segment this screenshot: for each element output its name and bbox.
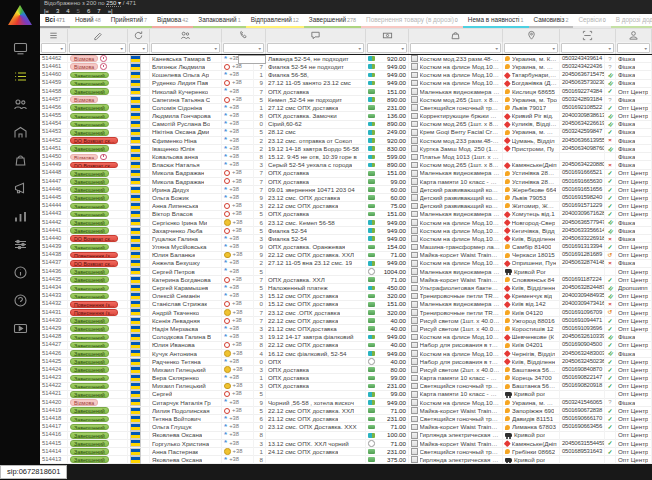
- tracking-number[interactable]: 0503243439614: [560, 55, 605, 63]
- phone-cell[interactable]: *+38: [222, 112, 254, 120]
- phone-cell[interactable]: *+38: [222, 120, 254, 128]
- phone-cell[interactable]: *+38: [222, 259, 254, 267]
- sidebar-item-video[interactable]: [0, 316, 40, 344]
- phone-cell[interactable]: *+38: [222, 357, 254, 365]
- tracking-number[interactable]: 0501690820918: [560, 382, 605, 390]
- phone-cell[interactable]: +38: [222, 300, 254, 308]
- tracking-number[interactable]: 20450636577947: [560, 218, 605, 226]
- phone-cell[interactable]: +38: [222, 407, 254, 415]
- filter-dropdown[interactable]: ▼: [410, 43, 501, 53]
- phone-cell[interactable]: *+38: [222, 186, 254, 194]
- tracking-number[interactable]: 20450632824487: [560, 284, 605, 292]
- tracking-number[interactable]: 20400309838613: [560, 112, 605, 120]
- tracking-number[interactable]: 0501690666170: [560, 415, 605, 423]
- phone-cell[interactable]: *+38: [222, 374, 254, 382]
- phone-cell[interactable]: *+38: [222, 398, 254, 406]
- tracking-number[interactable]: 0501691665630: [560, 177, 605, 185]
- sidebar-item-info[interactable]: [0, 260, 40, 288]
- tracking-number[interactable]: 0503242893184: [560, 95, 605, 103]
- sidebar-item-dashboard[interactable]: [0, 36, 40, 64]
- tracking-number[interactable]: 20450634098760: [560, 145, 605, 153]
- tracking-number[interactable]: 0501692274384: [560, 87, 605, 95]
- tracking-number[interactable]: 0501690663456: [560, 423, 605, 431]
- tracking-number[interactable]: 20400309671628: [560, 210, 605, 218]
- tracking-number[interactable]: 20450634226619: [560, 120, 605, 128]
- tracking-number[interactable]: 20450633226918: [560, 235, 605, 243]
- phone-cell[interactable]: +38: [222, 349, 254, 357]
- tab-6[interactable]: Відправлений12: [246, 14, 304, 28]
- phone-cell[interactable]: *+38: [222, 104, 254, 112]
- phone-cell[interactable]: +38: [222, 226, 254, 234]
- sidebar-item-warehouse[interactable]: [0, 120, 40, 148]
- tracking-number[interactable]: 20450636613955: [560, 136, 605, 144]
- phone-cell[interactable]: *+38: [222, 153, 254, 161]
- phone-cell[interactable]: +38: [222, 79, 254, 87]
- tracking-number[interactable]: 0501691313394: [560, 243, 605, 251]
- tab-8[interactable]: Повернення товару (в дорозі)0: [361, 14, 463, 28]
- page-size-select[interactable]: 250 ▾: [106, 0, 121, 7]
- phone-cell[interactable]: +38: [222, 95, 254, 103]
- tracking-number[interactable]: [560, 153, 605, 161]
- phone-cell[interactable]: *+38: [222, 423, 254, 431]
- column-header-person[interactable]: [616, 29, 652, 42]
- phone-cell[interactable]: +38: [222, 276, 254, 284]
- phone-cell[interactable]: *+38: [222, 284, 254, 292]
- column-header-phone[interactable]: [222, 29, 266, 42]
- sidebar-item-support[interactable]: [0, 288, 40, 316]
- tracking-number[interactable]: 0501689531643: [560, 448, 605, 456]
- phone-cell[interactable]: *+38: [222, 325, 254, 333]
- phone-cell[interactable]: *+38: [222, 87, 254, 95]
- tracking-number[interactable]: 0501690840870: [560, 366, 605, 374]
- phone-cell[interactable]: +38: [222, 251, 254, 259]
- tracking-number[interactable]: 0501691187224: [560, 276, 605, 284]
- column-header-refresh[interactable]: [128, 29, 150, 42]
- filter-dropdown[interactable]: ▼: [267, 43, 364, 53]
- tracking-number[interactable]: 0501690904500: [560, 341, 605, 349]
- order-row[interactable]: 514413ЗавершенийЯковлева Оксана*+388375.…: [40, 456, 652, 464]
- filter-dropdown[interactable]: ▼: [617, 43, 650, 53]
- phone-cell[interactable]: +38: [222, 341, 254, 349]
- phone-filter-input[interactable]: [238, 55, 266, 64]
- tracking-number[interactable]: [560, 431, 605, 439]
- filter-dropdown[interactable]: ▼: [504, 43, 558, 53]
- phone-cell[interactable]: *+38: [222, 145, 254, 153]
- tracking-number[interactable]: 0501690822147: [560, 374, 605, 382]
- column-header-scan[interactable]: [560, 29, 616, 42]
- phone-cell[interactable]: +38: [222, 390, 254, 398]
- tracking-number[interactable]: 20450631554459: [560, 439, 605, 447]
- phone-cell[interactable]: +38: [222, 202, 254, 210]
- filter-dropdown[interactable]: ▼: [69, 43, 126, 53]
- phone-cell[interactable]: +38: [222, 169, 254, 177]
- phone-cell[interactable]: *+38: [222, 128, 254, 136]
- tab-9[interactable]: Нема в наявності1: [463, 14, 529, 28]
- phone-cell[interactable]: *+38: [222, 194, 254, 202]
- phone-cell[interactable]: *+38: [222, 71, 254, 79]
- tracking-number[interactable]: 0501691598240: [560, 194, 605, 202]
- phone-cell[interactable]: *+38: [222, 136, 254, 144]
- filter-dropdown[interactable]: ▼: [561, 43, 614, 53]
- tracking-number[interactable]: 20450633356614: [560, 226, 605, 234]
- phone-cell[interactable]: *+38: [222, 235, 254, 243]
- filter-dropdown[interactable]: ▼: [151, 43, 220, 53]
- tracking-number[interactable]: 0501691096709: [560, 308, 605, 316]
- phone-cell[interactable]: +38: [222, 308, 254, 316]
- filter-dropdown[interactable]: ▼: [129, 43, 148, 53]
- tracking-number[interactable]: 0501690672838: [560, 407, 605, 415]
- column-header-money[interactable]: [366, 29, 409, 42]
- tracking-number[interactable]: [560, 456, 605, 464]
- sidebar-item-marketing[interactable]: [0, 176, 40, 204]
- phone-cell[interactable]: +38: [222, 177, 254, 185]
- sidebar-item-products[interactable]: [0, 148, 40, 176]
- tracking-number[interactable]: 0501691094471: [560, 317, 605, 325]
- tracking-number[interactable]: 20450632483003: [560, 349, 605, 357]
- app-logo-icon[interactable]: [7, 4, 33, 26]
- phone-cell[interactable]: *+38: [222, 431, 254, 439]
- tracking-number[interactable]: 0503241546065: [560, 398, 605, 406]
- phone-cell[interactable]: *+38: [222, 243, 254, 251]
- phone-cell[interactable]: *+38: [222, 333, 254, 341]
- tracking-number[interactable]: 0501691093696: [560, 325, 605, 333]
- filter-dropdown[interactable]: ▼: [41, 43, 66, 53]
- tracking-number[interactable]: 0501692108522: [560, 104, 605, 112]
- tracking-number[interactable]: 20450636715475: [560, 71, 605, 79]
- tracking-number[interactable]: 20450635730230: [560, 79, 605, 87]
